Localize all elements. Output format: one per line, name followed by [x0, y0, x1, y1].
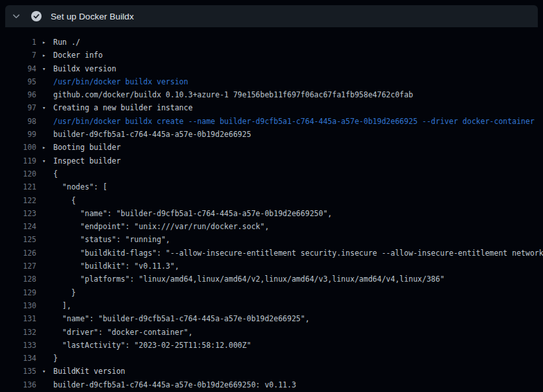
step-header[interactable]: Set up Docker Buildx [5, 5, 538, 27]
log-line-text: "name": "builder-d9cfb5a1-c764-445a-a57e… [53, 207, 543, 220]
line-number[interactable]: 122 [0, 194, 36, 207]
log-line-text: builder-d9cfb5a1-c764-445a-a57e-0b19d2e6… [53, 378, 543, 391]
group-expanded-triangle-icon[interactable]: ▾ [36, 154, 53, 167]
group-title-text[interactable]: BuildKit version [53, 365, 543, 378]
group-title-text[interactable]: Docker info [53, 49, 543, 62]
log-line-text: "endpoint": "unix:///var/run/docker.sock… [53, 220, 543, 233]
line-number[interactable]: 135 [0, 365, 36, 378]
group-collapsed-triangle-icon[interactable]: ▸ [36, 36, 53, 49]
log-line: 120{ [0, 167, 543, 180]
log-line-text: "platforms": "linux/amd64,linux/amd64/v2… [53, 273, 543, 286]
log-group-line[interactable]: 7▸Docker info [0, 49, 543, 62]
group-title-text[interactable]: Creating a new builder instance [53, 101, 543, 114]
group-collapsed-triangle-icon[interactable]: ▸ [36, 49, 53, 62]
log-line: 122 { [0, 194, 543, 207]
line-number[interactable]: 136 [0, 378, 36, 391]
group-toggle-placeholder [36, 233, 53, 246]
log-line-text: } [53, 286, 543, 299]
log-line-text: "driver": "docker-container", [53, 326, 543, 339]
group-toggle-placeholder [36, 352, 53, 365]
log-line: 131 "name": "builder-d9cfb5a1-c764-445a-… [0, 312, 543, 325]
line-number[interactable]: 97 [0, 101, 36, 114]
group-toggle-placeholder [36, 326, 53, 339]
line-number[interactable]: 120 [0, 167, 36, 180]
line-number[interactable]: 124 [0, 220, 36, 233]
line-number[interactable]: 127 [0, 260, 36, 273]
log-group-line[interactable]: 135▾BuildKit version [0, 365, 543, 378]
line-number[interactable]: 133 [0, 339, 36, 352]
group-toggle-placeholder [36, 286, 53, 299]
line-number[interactable]: 98 [0, 115, 36, 128]
line-number[interactable]: 121 [0, 180, 36, 193]
group-toggle-placeholder [36, 247, 53, 260]
group-expanded-triangle-icon[interactable]: ▾ [36, 365, 53, 378]
line-number[interactable]: 100 [0, 141, 36, 154]
log-line: 136builder-d9cfb5a1-c764-445a-a57e-0b19d… [0, 378, 543, 391]
log-line-text: "buildkit": "v0.11.3", [53, 260, 543, 273]
line-number[interactable]: 99 [0, 128, 36, 141]
line-number[interactable]: 134 [0, 352, 36, 365]
group-toggle-placeholder [36, 339, 53, 352]
group-toggle-placeholder [36, 220, 53, 233]
group-toggle-placeholder [36, 115, 53, 128]
group-toggle-placeholder [36, 75, 53, 88]
log-line-text: { [53, 194, 543, 207]
line-number[interactable]: 96 [0, 88, 36, 101]
log-line: 129 } [0, 286, 543, 299]
log-group-line[interactable]: 97▾Creating a new builder instance [0, 101, 543, 114]
line-number[interactable]: 130 [0, 299, 36, 312]
log-line: 123 "name": "builder-d9cfb5a1-c764-445a-… [0, 207, 543, 220]
line-number[interactable]: 94 [0, 62, 36, 75]
line-number[interactable]: 7 [0, 49, 36, 62]
log-line-text: } [53, 352, 543, 365]
log-group-line[interactable]: 100▸Booting builder [0, 141, 543, 154]
workflow-log-viewer: Set up Docker Buildx 1▸Run ./7▸Docker in… [0, 0, 543, 392]
log-line-text: "nodes": [ [53, 180, 543, 193]
log-line: 125 "status": "running", [0, 233, 543, 246]
group-expanded-triangle-icon[interactable]: ▾ [36, 62, 53, 75]
group-toggle-placeholder [36, 88, 53, 101]
group-title-text[interactable]: Run ./ [53, 36, 543, 49]
group-toggle-placeholder [36, 312, 53, 325]
log-line: 95/usr/bin/docker buildx version [0, 75, 543, 88]
log-line-text: "lastActivity": "2023-02-25T11:58:12.000… [53, 339, 543, 352]
group-toggle-placeholder [36, 207, 53, 220]
group-title-text[interactable]: Inspect builder [53, 154, 543, 167]
step-title: Set up Docker Buildx [51, 12, 134, 21]
log-group-line[interactable]: 1▸Run ./ [0, 36, 543, 49]
line-number[interactable]: 131 [0, 312, 36, 325]
log-line: 127 "buildkit": "v0.11.3", [0, 260, 543, 273]
log-line-text: /usr/bin/docker buildx create --name bui… [53, 115, 543, 128]
line-number[interactable]: 129 [0, 286, 36, 299]
log-line: 99builder-d9cfb5a1-c764-445a-a57e-0b19d2… [0, 128, 543, 141]
log-line-text: { [53, 167, 543, 180]
log-line-text: "buildkitd-flags": "--allow-insecure-ent… [53, 247, 543, 260]
line-number[interactable]: 123 [0, 207, 36, 220]
step-status-check-icon [31, 11, 42, 21]
line-number[interactable]: 95 [0, 75, 36, 88]
log-line: 121 "nodes": [ [0, 180, 543, 193]
chevron-down-icon[interactable] [5, 5, 27, 27]
log-group-line[interactable]: 119▾Inspect builder [0, 154, 543, 167]
group-collapsed-triangle-icon[interactable]: ▸ [36, 141, 53, 154]
group-toggle-placeholder [36, 273, 53, 286]
log-line: 124 "endpoint": "unix:///var/run/docker.… [0, 220, 543, 233]
group-expanded-triangle-icon[interactable]: ▾ [36, 101, 53, 114]
log-group-line[interactable]: 94▾Buildx version [0, 62, 543, 75]
line-number[interactable]: 126 [0, 247, 36, 260]
line-number[interactable]: 125 [0, 233, 36, 246]
group-toggle-placeholder [36, 128, 53, 141]
line-number[interactable]: 1 [0, 36, 36, 49]
group-title-text[interactable]: Buildx version [53, 62, 543, 75]
group-toggle-placeholder [36, 378, 53, 391]
line-number[interactable]: 119 [0, 154, 36, 167]
group-toggle-placeholder [36, 299, 53, 312]
log-line: 98/usr/bin/docker buildx create --name b… [0, 115, 543, 128]
log-line-text: github.com/docker/buildx 0.10.3+azure-1 … [53, 88, 543, 101]
log-line-text: /usr/bin/docker buildx version [53, 75, 543, 88]
log-line: 133 "lastActivity": "2023-02-25T11:58:12… [0, 339, 543, 352]
line-number[interactable]: 132 [0, 326, 36, 339]
group-title-text[interactable]: Booting builder [53, 141, 543, 154]
log-line-text: "status": "running", [53, 233, 543, 246]
line-number[interactable]: 128 [0, 273, 36, 286]
